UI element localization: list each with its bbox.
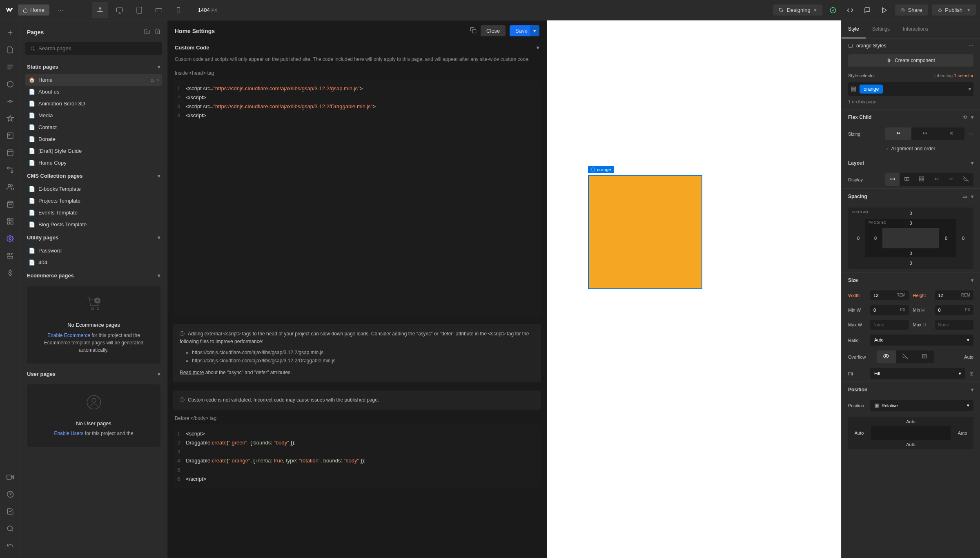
- preview-icon[interactable]: [878, 4, 891, 17]
- tab-style[interactable]: Style: [842, 20, 866, 38]
- page-item[interactable]: 📄Animation Scroll 3D: [25, 98, 162, 109]
- page-item[interactable]: 📄Password: [25, 245, 162, 257]
- selector-tag[interactable]: orange: [860, 85, 883, 94]
- fit-select[interactable]: Fill▾: [870, 368, 965, 379]
- style-selector-input[interactable]: orange ▾: [848, 82, 973, 96]
- enable-ecommerce-link[interactable]: Enable Ecommerce: [47, 333, 90, 338]
- sizing-shrink-icon[interactable]: [885, 127, 911, 140]
- breakpoint-desktop-icon[interactable]: [111, 2, 128, 18]
- spacing-control[interactable]: MARGIN 0 0 0 0 PADDING 0 0 0 0: [848, 208, 973, 269]
- page-item[interactable]: 📄Blog Posts Template: [25, 219, 162, 230]
- page-item[interactable]: 📄Contact: [25, 121, 162, 133]
- page-item[interactable]: 📄Media: [25, 109, 162, 121]
- min-height-input[interactable]: 0PX: [935, 305, 974, 315]
- fit-position-icon[interactable]: ⊞: [969, 371, 973, 377]
- search-icon[interactable]: [2, 520, 18, 537]
- max-width-input[interactable]: None–: [870, 320, 909, 330]
- page-item[interactable]: 📄[Draft] Style Guide: [25, 145, 162, 157]
- overflow-hidden-icon[interactable]: [896, 350, 915, 363]
- variables-icon[interactable]: [2, 93, 18, 109]
- finsweet-icon[interactable]: [2, 248, 18, 264]
- cms-pages-header[interactable]: CMS Collection pages ▾: [25, 169, 162, 183]
- more-menu-icon[interactable]: ⋯: [53, 2, 69, 18]
- width-input[interactable]: 12REM: [870, 290, 909, 300]
- ecommerce-pages-header[interactable]: Ecommerce pages ▾: [25, 268, 162, 283]
- save-dropdown-button[interactable]: ▾: [530, 25, 539, 36]
- body-code-editor[interactable]: 1 2 3 4 5 6 <script> Draggable.create(".…: [173, 425, 541, 488]
- display-grid-icon[interactable]: [914, 173, 929, 186]
- webflow-logo[interactable]: [4, 5, 15, 16]
- tab-settings[interactable]: Settings: [866, 20, 896, 38]
- search-pages-input[interactable]: Search pages: [25, 42, 162, 55]
- position-select[interactable]: Relative ▾: [870, 400, 973, 411]
- video-icon[interactable]: [2, 469, 18, 485]
- breakpoint-tablet-icon[interactable]: [131, 2, 147, 18]
- undo-icon[interactable]: [2, 538, 18, 554]
- read-more-link[interactable]: Read more: [180, 370, 204, 375]
- page-item[interactable]: 📄Events Template: [25, 207, 162, 219]
- position-section[interactable]: Position ▾: [842, 382, 980, 397]
- page-item[interactable]: 📄404: [25, 257, 162, 268]
- breakpoint-mobile-icon[interactable]: [170, 2, 187, 18]
- custom-code-section-header[interactable]: Custom Code ▾: [167, 41, 547, 56]
- enable-users-link[interactable]: Enable Users: [54, 431, 83, 436]
- help-icon[interactable]: [2, 486, 18, 502]
- new-page-icon[interactable]: [155, 29, 160, 36]
- utility-pages-header[interactable]: Utility pages ▾: [25, 230, 162, 245]
- page-settings-icon[interactable]: ›: [157, 77, 159, 83]
- size-section[interactable]: Size ▾: [842, 272, 980, 288]
- apps-icon[interactable]: [2, 213, 18, 230]
- more-options-icon[interactable]: ⋯: [969, 43, 973, 49]
- styles-icon[interactable]: [2, 110, 18, 127]
- display-none-icon[interactable]: [959, 173, 973, 186]
- add-element-icon[interactable]: [2, 25, 18, 41]
- audit-icon[interactable]: [2, 503, 18, 520]
- new-folder-icon[interactable]: [144, 29, 150, 36]
- share-button[interactable]: Share: [895, 4, 928, 16]
- code-export-icon[interactable]: [844, 4, 857, 17]
- breakpoint-base-icon[interactable]: [92, 2, 108, 18]
- assets-icon[interactable]: [2, 127, 18, 144]
- copy-icon[interactable]: [470, 27, 477, 35]
- overflow-control[interactable]: [877, 350, 934, 363]
- pages-icon[interactable]: [2, 42, 18, 58]
- sizing-grow-icon[interactable]: [911, 127, 938, 140]
- reset-icon[interactable]: ⟲: [963, 114, 967, 120]
- sizing-control[interactable]: [885, 127, 964, 140]
- create-component-button[interactable]: Create component: [848, 54, 973, 67]
- spacing-section[interactable]: Spacing ▭▾: [842, 188, 980, 204]
- publish-button[interactable]: Publish ▾: [932, 4, 976, 16]
- comments-icon[interactable]: [861, 4, 874, 17]
- layout-section[interactable]: Layout ▾: [842, 155, 980, 171]
- page-item[interactable]: 📄Projects Template: [25, 195, 162, 207]
- tab-interactions[interactable]: Interactions: [896, 20, 935, 38]
- display-inline-block-icon[interactable]: [929, 173, 944, 186]
- navigator-icon[interactable]: [2, 59, 18, 75]
- display-inline-icon[interactable]: [944, 173, 959, 186]
- page-item-home[interactable]: 🏠 Home ⌂›: [25, 74, 162, 86]
- home-breadcrumb-button[interactable]: Home: [18, 4, 49, 16]
- page-item[interactable]: 📄Donate: [25, 133, 162, 145]
- head-code-editor[interactable]: 1 2 3 4 <script src="https://cdnjs.cloud…: [173, 80, 541, 317]
- overflow-scroll-icon[interactable]: [915, 350, 934, 363]
- element-selection-label[interactable]: orange: [588, 166, 614, 173]
- logic-icon[interactable]: [2, 162, 18, 178]
- alignment-expand[interactable]: ›Alignment and order: [842, 143, 980, 155]
- height-input[interactable]: 12REM: [935, 290, 974, 300]
- min-width-input[interactable]: 0PX: [870, 305, 909, 315]
- ratio-select[interactable]: Auto▾: [870, 335, 973, 346]
- components-icon[interactable]: [2, 76, 18, 92]
- user-pages-header[interactable]: User pages ▾: [25, 367, 162, 381]
- designing-mode-button[interactable]: Designing ▾: [773, 4, 822, 16]
- static-pages-header[interactable]: Static pages ▾: [25, 60, 162, 74]
- display-block-icon[interactable]: [885, 173, 900, 186]
- settings-icon[interactable]: [2, 230, 18, 247]
- overflow-visible-icon[interactable]: [877, 350, 896, 363]
- spacing-mode-icon[interactable]: ▭: [962, 194, 967, 199]
- cms-icon[interactable]: [2, 145, 18, 161]
- users-icon[interactable]: [2, 179, 18, 195]
- extension-icon[interactable]: [2, 265, 18, 281]
- close-button[interactable]: Close: [481, 25, 506, 36]
- more-icon[interactable]: ⋯: [969, 131, 973, 137]
- display-flex-icon[interactable]: [900, 173, 914, 186]
